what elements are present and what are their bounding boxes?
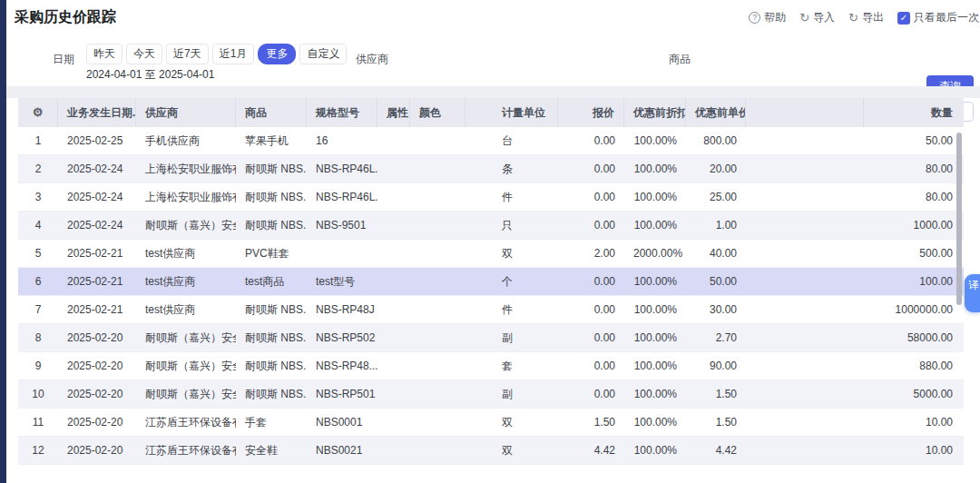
cell-color xyxy=(410,409,466,436)
date-preset-pill-2[interactable]: 今天 xyxy=(126,44,162,64)
column-settings-button[interactable]: ⚙ xyxy=(18,98,58,127)
cell-attr xyxy=(377,296,410,323)
cell-attr xyxy=(377,183,410,211)
column-header-pre_price: 优惠前单价... xyxy=(686,98,746,127)
cell-qty: 80.00 xyxy=(864,183,964,211)
cell-discount: 100.00% xyxy=(624,437,686,464)
only-last-toggle[interactable]: ✓ 只看最后一次 xyxy=(897,10,979,25)
date-range-value: 2024-04-01 至 2025-04-01 xyxy=(86,67,214,83)
cell-unit: 副 xyxy=(466,324,558,351)
cell-spacer xyxy=(746,296,864,323)
cell-price: 0.00 xyxy=(558,212,624,239)
table-row[interactable]: 122025-02-20江苏盾王环保设备有...安全鞋NBS0021双4.421… xyxy=(18,437,964,465)
table-row[interactable]: 72025-02-21test供应商耐呗斯 NBS...NBS-RP48J件0.… xyxy=(18,296,964,324)
help-button[interactable]: ? 帮助 xyxy=(749,10,786,25)
cell-color xyxy=(410,212,466,239)
table-row[interactable]: 32025-02-24上海松安职业服饰有...耐呗斯 NBS...NBS-RP4… xyxy=(18,183,964,212)
cell-product: 苹果手机 xyxy=(236,127,307,154)
table-row[interactable]: 42025-02-24耐呗斯（嘉兴）安全...耐呗斯 NBS...NBS-950… xyxy=(18,212,964,240)
cell-product: 耐呗斯 NBS... xyxy=(236,380,307,408)
import-sync-icon: ↻ xyxy=(799,12,809,24)
cell-qty: 880.00 xyxy=(864,352,964,380)
only-last-label: 只看最后一次 xyxy=(914,10,979,25)
table-row[interactable]: 22025-02-24上海松安职业服饰有...耐呗斯 NBS...NBS-RP4… xyxy=(18,155,964,183)
cell-date: 2025-02-21 xyxy=(58,296,136,323)
question-circle-icon: ? xyxy=(749,12,760,24)
cell-unit: 副 xyxy=(466,380,558,408)
product-filter-label: 商品 xyxy=(669,52,691,67)
cell-price: 0.00 xyxy=(558,155,624,182)
cell-color xyxy=(410,437,466,464)
cell-qty: 10.00 xyxy=(864,437,964,464)
column-header-spec: 规格型号 xyxy=(307,98,377,127)
translate-widget[interactable]: 译 xyxy=(965,274,980,312)
cell-spec: NBS-RP46L... xyxy=(307,183,377,211)
date-preset-pill-1[interactable]: 昨天 xyxy=(86,44,122,64)
cell-unit: 件 xyxy=(466,296,558,323)
cell-pre_price: 30.00 xyxy=(686,296,746,323)
cell-spec: NBS-RP48... xyxy=(307,352,377,380)
table-row[interactable]: 62025-02-21test供应商test商品test型号个0.00100.0… xyxy=(18,268,964,296)
cell-date: 2025-02-20 xyxy=(58,352,136,380)
date-custom-pill[interactable]: 自定义 xyxy=(299,44,347,64)
export-button[interactable]: ↻ 导出 xyxy=(848,10,884,25)
cell-spec: NBS-RP502 xyxy=(307,324,377,351)
date-more-pill[interactable]: 更多 xyxy=(258,44,296,64)
cell-pre_price: 1.00 xyxy=(686,212,746,239)
cell-supplier: 手机供应商 xyxy=(136,127,236,154)
cell-pre_price: 90.00 xyxy=(686,352,746,380)
cell-spacer xyxy=(746,127,864,154)
cell-supplier: 江苏盾王环保设备有... xyxy=(136,409,236,436)
cell-num: 6 xyxy=(18,268,58,295)
cell-spec xyxy=(307,240,377,267)
cell-supplier: 耐呗斯（嘉兴）安全... xyxy=(136,352,236,380)
cell-date: 2025-02-24 xyxy=(58,183,136,211)
table-row[interactable]: 82025-02-20耐呗斯（嘉兴）安全...耐呗斯 NBS...NBS-RP5… xyxy=(18,324,964,352)
cell-supplier: test供应商 xyxy=(136,296,236,323)
table-body: 12025-02-25手机供应商苹果手机16台0.00100.00%800.00… xyxy=(18,127,964,465)
cell-discount: 100.00% xyxy=(624,296,686,323)
checkbox-checked-icon[interactable]: ✓ xyxy=(897,12,910,25)
cell-supplier: test供应商 xyxy=(136,240,236,267)
cell-spacer xyxy=(746,240,864,267)
section-divider xyxy=(6,86,980,98)
table-row[interactable]: 12025-02-25手机供应商苹果手机16台0.00100.00%800.00… xyxy=(18,127,964,155)
cell-supplier: 江苏盾王环保设备有... xyxy=(136,437,236,464)
cell-num: 11 xyxy=(18,409,58,436)
cell-supplier: 耐呗斯（嘉兴）安全... xyxy=(136,324,236,351)
import-button[interactable]: ↻ 导入 xyxy=(799,10,835,25)
cell-num: 8 xyxy=(18,324,58,351)
column-header-color: 颜色 xyxy=(410,98,466,127)
cell-product: 耐呗斯 NBS... xyxy=(236,324,307,351)
table-row[interactable]: 52025-02-21test供应商PVC鞋套双2.002000.00%40.0… xyxy=(18,240,964,268)
table-row[interactable]: 102025-02-20耐呗斯（嘉兴）安全...耐呗斯 NBS...NBS-RP… xyxy=(18,380,964,409)
cell-price: 0.00 xyxy=(558,296,624,323)
cell-qty: 50.00 xyxy=(864,127,964,154)
date-preset-pill-4[interactable]: 近1月 xyxy=(212,44,255,64)
export-sync-icon: ↻ xyxy=(848,12,858,24)
cell-discount: 100.00% xyxy=(624,380,686,408)
cell-pre_price: 4.42 xyxy=(686,437,746,464)
cell-product: 耐呗斯 NBS... xyxy=(236,212,307,239)
cell-discount: 100.00% xyxy=(624,212,686,239)
cell-spacer xyxy=(746,268,864,295)
cell-qty: 500.00 xyxy=(864,240,964,267)
cell-spacer xyxy=(746,212,864,239)
cell-price: 0.00 xyxy=(558,380,624,408)
vertical-scrollbar[interactable] xyxy=(956,133,962,305)
date-filter-label: 日期 xyxy=(53,52,74,67)
table-row[interactable]: 112025-02-20江苏盾王环保设备有...手套NBS0001双1.5010… xyxy=(18,409,964,437)
cell-num: 2 xyxy=(18,155,58,182)
cell-pre_price: 25.00 xyxy=(686,183,746,211)
page-title: 采购历史价跟踪 xyxy=(15,8,116,27)
cell-product: 耐呗斯 NBS... xyxy=(236,296,307,323)
table-row[interactable]: 92025-02-20耐呗斯（嘉兴）安全...耐呗斯 NBS...NBS-RP4… xyxy=(18,352,964,380)
cell-unit: 双 xyxy=(466,240,558,267)
cell-attr xyxy=(377,380,410,408)
date-preset-pill-3[interactable]: 近7天 xyxy=(166,44,209,64)
table-header: ⚙业务发生日期...供应商商品规格型号属性颜色计量单位报价优惠前折扣%优惠前单价… xyxy=(18,98,964,127)
cell-spacer xyxy=(746,437,864,464)
gear-icon: ⚙ xyxy=(33,105,44,119)
column-header-qty: 数量 xyxy=(864,98,964,127)
cell-unit: 条 xyxy=(466,155,558,182)
